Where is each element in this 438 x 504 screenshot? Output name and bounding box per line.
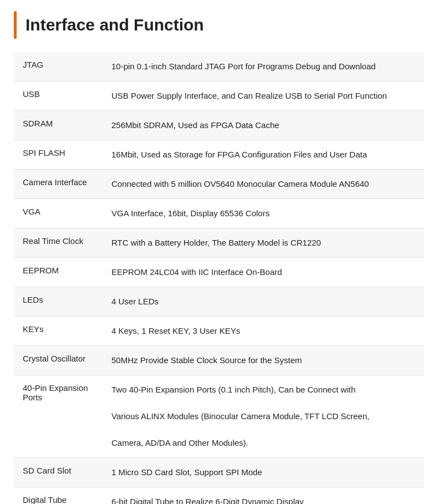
row-value: USB Power Supply Interface, and Can Real…	[103, 82, 424, 111]
interface-table: JTAG10-pin 0.1-inch Standard JTAG Port f…	[14, 52, 424, 504]
row-value: 256Mbit SDRAM, Used as FPGA Data Cache	[103, 111, 424, 140]
table-row: Crystal Oscillator50MHz Provide Stable C…	[14, 346, 424, 375]
row-value: 16Mbit, Used as Storage for FPGA Configu…	[103, 140, 424, 170]
row-label: Crystal Oscillator	[14, 346, 103, 375]
row-label: SDRAM	[14, 111, 103, 140]
row-value: 10-pin 0.1-inch Standard JTAG Port for P…	[103, 52, 424, 82]
table-row: JTAG10-pin 0.1-inch Standard JTAG Port f…	[14, 52, 424, 82]
row-label: KEYs	[14, 317, 103, 346]
table-row: Real Time ClockRTC with a Battery Holder…	[14, 228, 424, 258]
row-label: Camera Interface	[14, 170, 103, 199]
row-value: 1 Micro SD Card Slot, Support SPI Mode	[103, 458, 424, 487]
row-label: EEPROM	[14, 258, 103, 287]
table-row: SDRAM256Mbit SDRAM, Used as FPGA Data Ca…	[14, 111, 424, 140]
table-row: Camera InterfaceConnected with 5 million…	[14, 170, 424, 199]
row-label: SD Card Slot	[14, 458, 103, 487]
table-row: SD Card Slot1 Micro SD Card Slot, Suppor…	[14, 458, 424, 487]
row-label: JTAG	[14, 52, 103, 82]
table-row: KEYs4 Keys, 1 Reset KEY, 3 User KEYs	[14, 317, 424, 346]
row-label: USB	[14, 82, 103, 111]
row-label: SPI FLASH	[14, 140, 103, 170]
page-container: Interface and Function JTAG10-pin 0.1-in…	[0, 0, 438, 504]
row-value: RTC with a Battery Holder, The Battery M…	[103, 228, 424, 258]
row-label: Digital Tube	[14, 487, 103, 505]
row-value: Two 40-Pin Expansion Ports (0.1 inch Pit…	[103, 375, 424, 458]
row-value: 50MHz Provide Stable Clock Source for th…	[103, 346, 424, 375]
row-value: EEPROM 24LC04 with IIC Interface On-Boar…	[103, 258, 424, 287]
row-label: LEDs	[14, 287, 103, 317]
row-value: 4 Keys, 1 Reset KEY, 3 User KEYs	[103, 317, 424, 346]
table-row: VGAVGA Interface, 16bit, Display 65536 C…	[14, 199, 424, 228]
table-row: EEPROMEEPROM 24LC04 with IIC Interface O…	[14, 258, 424, 287]
page-title: Interface and Function	[26, 11, 204, 39]
table-row: LEDs4 User LEDs	[14, 287, 424, 317]
row-value: 4 User LEDs	[103, 287, 424, 317]
table-row: SPI FLASH16Mbit, Used as Storage for FPG…	[14, 140, 424, 170]
row-value: 6-bit Digital Tube to Realize 6-Digit Dy…	[103, 487, 424, 505]
row-value: Connected with 5 million OV5640 Monocula…	[103, 170, 424, 199]
table-row: Digital Tube6-bit Digital Tube to Realiz…	[14, 487, 424, 505]
row-label: Real Time Clock	[14, 228, 103, 258]
row-value: VGA Interface, 16bit, Display 65536 Colo…	[103, 199, 424, 228]
row-label: 40-Pin Expansion Ports	[14, 375, 103, 458]
table-row: 40-Pin Expansion PortsTwo 40-Pin Expansi…	[14, 375, 424, 458]
table-row: USBUSB Power Supply Interface, and Can R…	[14, 82, 424, 111]
row-label: VGA	[14, 199, 103, 228]
header-section: Interface and Function	[14, 11, 424, 39]
header-accent-bar	[14, 11, 17, 39]
